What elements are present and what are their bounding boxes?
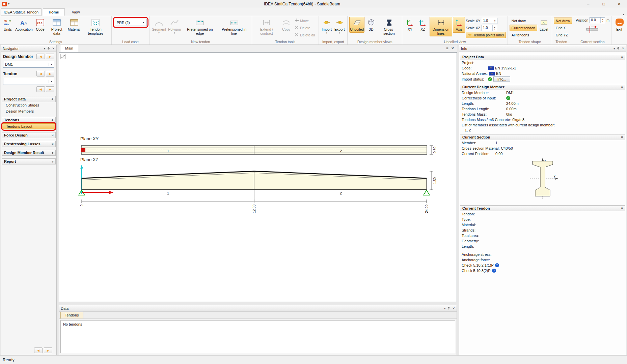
units-button[interactable]: kNmMPa Units xyxy=(2,17,14,33)
cross-section-view-button[interactable]: Cross-section xyxy=(378,17,400,36)
info-header-current-tendon[interactable]: Current Tendon« xyxy=(460,205,625,211)
panel-menu-icon[interactable]: ▾ xyxy=(614,47,615,50)
navigator-step-forward-button[interactable]: ▶ xyxy=(46,86,54,92)
tendon-prev-button[interactable]: ◀ xyxy=(36,71,45,77)
design-member-prev-button[interactable]: ◀ xyxy=(36,54,45,59)
import-info-button[interactable]: Info... xyxy=(493,76,510,82)
move-button[interactable]: Move xyxy=(293,18,317,24)
grid-yz-toggle[interactable]: Grid YZ xyxy=(554,32,572,38)
tab-home[interactable]: Home xyxy=(43,8,65,16)
tab-tendons[interactable]: Tendons xyxy=(60,312,83,318)
info-header-current-member[interactable]: Current Design Member« xyxy=(460,84,625,90)
3d-view-button[interactable]: 3D xyxy=(365,17,377,33)
close-icon[interactable]: ✕ xyxy=(452,307,455,310)
axis-toggle[interactable]: Axis xyxy=(453,17,465,33)
tree-header-tendons[interactable]: Tendons« xyxy=(2,117,56,123)
material-button[interactable]: Material xyxy=(67,17,81,33)
tab-main[interactable]: Main xyxy=(60,45,78,52)
close-tab-icon[interactable]: ✕ xyxy=(451,46,454,51)
tendon-select[interactable]: ▾ xyxy=(3,78,54,85)
pretensioned-on-edge-button[interactable]: Pretensioned on edge xyxy=(182,17,217,36)
pretensioned-on-edge-icon xyxy=(195,18,205,27)
polygon-button[interactable]: Polygon ▾ xyxy=(167,17,182,35)
design-member-next-button[interactable]: ▶ xyxy=(46,54,54,59)
pin-icon[interactable] xyxy=(47,47,50,51)
project-data-button[interactable]: Project data xyxy=(47,17,66,36)
tree-header-report[interactable]: Report« xyxy=(2,158,56,164)
tree-header-design-member-result[interactable]: Design Member Result« xyxy=(2,150,56,156)
uncoiled-view-button[interactable]: Uncoiled xyxy=(349,17,364,33)
position-spinner[interactable]: 0.0 ▲▼ xyxy=(590,17,605,23)
scale-xz-spinner[interactable]: 1.0 ▲▼ xyxy=(482,25,497,31)
dimension-lines-toggle[interactable]: Dimension lines xyxy=(430,17,452,36)
label-toggle-button[interactable]: A Label xyxy=(538,17,550,33)
tendon-grid-not-draw-toggle[interactable]: Not draw xyxy=(554,18,572,24)
combo-caret-icon[interactable]: ▾ xyxy=(49,80,54,83)
spin-down-icon[interactable]: ▼ xyxy=(494,21,496,23)
scale-xy-spinner[interactable]: 1.0 ▲▼ xyxy=(482,18,497,24)
tendon-shape-not-draw-toggle[interactable]: Not draw xyxy=(510,18,537,24)
app-menu-button[interactable]: IDEA StatiCa Tendon xyxy=(1,8,42,16)
tree-header-force-design[interactable]: Force Design« xyxy=(2,132,56,138)
design-member-select[interactable]: DM1 ▾ xyxy=(3,61,54,68)
help-icon[interactable]: ? xyxy=(495,263,499,267)
tree-header-project-data[interactable]: Project Data« xyxy=(2,96,56,102)
grid-x-toggle[interactable]: Grid X xyxy=(554,25,572,31)
code-button[interactable]: 25.8 Code xyxy=(34,17,46,33)
plane-xz-button[interactable]: Z XZ xyxy=(417,17,429,33)
panel-menu-icon[interactable]: ▾ xyxy=(444,307,446,310)
spin-down-icon[interactable]: ▼ xyxy=(494,28,495,30)
plane-xy-button[interactable]: Y XY xyxy=(404,17,416,33)
close-icon[interactable]: ✕ xyxy=(52,47,55,50)
segment-button[interactable]: Segment ▾ xyxy=(151,17,167,35)
import-button[interactable]: Import ▾ xyxy=(321,17,333,35)
xy-axes-icon: Y xyxy=(405,18,415,27)
current-section-icon xyxy=(586,25,599,34)
tendon-next-button[interactable]: ▶ xyxy=(46,71,54,77)
info-header-project-data[interactable]: Project Data« xyxy=(460,54,625,60)
tree-item-design-members[interactable]: Design Members xyxy=(1,108,56,114)
combo-caret-icon[interactable]: ▾ xyxy=(141,21,146,24)
ribbon-collapse-icon[interactable]: ▴ xyxy=(623,12,624,16)
main-canvas[interactable]: Plane XY 1 2 0.50 Plane XZ xyxy=(59,52,457,302)
tree-item-construction-stages[interactable]: Construction Stages xyxy=(1,102,56,108)
application-button[interactable]: AA Application xyxy=(15,17,33,33)
combo-caret-icon[interactable]: ▾ xyxy=(49,63,54,66)
delete-button[interactable]: Delete xyxy=(293,25,317,31)
navigator-step-back-button[interactable]: ◀ xyxy=(36,86,45,92)
window-list-icon[interactable]: ≡ xyxy=(446,46,448,51)
exit-button[interactable]: Exit xyxy=(613,17,625,33)
tendon-points-label-toggle[interactable]: Tendon points label xyxy=(466,32,506,38)
info-header-current-section[interactable]: Current Section« xyxy=(460,134,625,140)
tree-item-tendons-layout[interactable]: Tendons Layout xyxy=(2,123,55,129)
extend-contract-button[interactable]: Extend / contract xyxy=(254,17,280,36)
spin-down-icon[interactable]: ▼ xyxy=(602,20,604,22)
collapse-chevron-icon: « xyxy=(50,98,54,100)
annex-value: EN xyxy=(496,71,501,75)
cross-section-icon xyxy=(384,18,394,27)
close-button[interactable]: ✕ xyxy=(611,0,627,8)
panel-menu-icon[interactable]: ▾ xyxy=(44,47,46,50)
navigator-bottom-prev-button[interactable]: ◀ xyxy=(34,347,43,353)
close-icon[interactable]: ✕ xyxy=(622,47,624,50)
tree-header-prestressing-losses[interactable]: Prestressing Losses« xyxy=(2,141,56,147)
pin-icon[interactable] xyxy=(617,47,620,51)
delete-all-button[interactable]: Delete all xyxy=(293,32,317,38)
navigator-bottom-next-button[interactable]: ▶ xyxy=(44,347,52,353)
tendon-shape-all-tendons-toggle[interactable]: All tendons xyxy=(510,32,537,38)
tendon-shape-current-tendon-toggle[interactable]: Current tendon xyxy=(510,25,537,31)
pin-icon[interactable] xyxy=(447,306,451,310)
collapse-chevron-icon: « xyxy=(620,136,624,138)
export-button[interactable]: Export ▾ xyxy=(333,17,346,35)
help-icon[interactable]: ? xyxy=(492,269,496,273)
maximize-button[interactable]: □ xyxy=(596,0,611,8)
copy-button[interactable]: Copy xyxy=(280,17,292,33)
quick-access-caret-icon[interactable]: ▾ xyxy=(8,2,9,5)
pretensioned-in-line-button[interactable]: Pretensioned in line xyxy=(218,17,250,36)
load-case-select[interactable]: PRE (2) ▾ xyxy=(115,19,146,26)
tendons-table[interactable]: No tendons xyxy=(60,320,455,353)
minimize-button[interactable]: – xyxy=(580,0,596,8)
x-axis-arrow xyxy=(82,191,113,194)
tendon-templates-button[interactable]: Tendon templates xyxy=(82,17,110,36)
tab-view[interactable]: View xyxy=(66,8,86,16)
